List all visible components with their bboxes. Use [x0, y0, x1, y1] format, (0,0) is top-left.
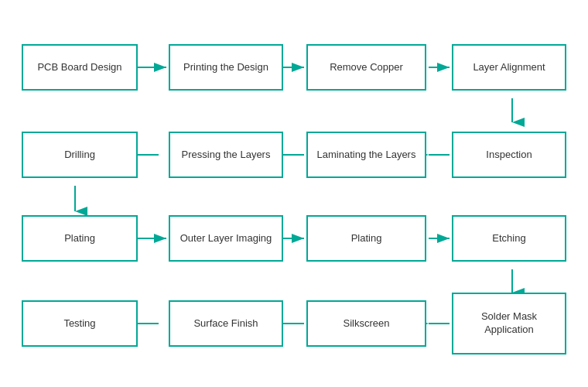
node-layer-alignment: Layer Alignment	[452, 44, 566, 91]
flowchart-diagram: PCB Board Design Printing the Design Rem…	[0, 0, 588, 387]
node-outer-layer-imaging: Outer Layer Imaging	[169, 215, 283, 262]
node-silkscreen: Silkscreen	[306, 300, 426, 347]
node-etching: Etching	[452, 215, 566, 262]
node-plating-2: Plating	[306, 215, 426, 262]
node-remove-copper: Remove Copper	[306, 44, 426, 91]
node-laminating-the-layers: Laminating the Layers	[306, 132, 426, 178]
node-drilling: Drilling	[22, 132, 138, 178]
node-testing: Testing	[22, 300, 138, 347]
node-pcb-board-design: PCB Board Design	[22, 44, 138, 91]
node-inspection: Inspection	[452, 132, 566, 178]
node-surface-finish: Surface Finish	[169, 300, 283, 347]
node-plating-1: Plating	[22, 215, 138, 262]
node-pressing-the-layers: Pressing the Layers	[169, 132, 283, 178]
node-solder-mask-application: Solder Mask Application	[452, 293, 566, 354]
node-printing-the-design: Printing the Design	[169, 44, 283, 91]
